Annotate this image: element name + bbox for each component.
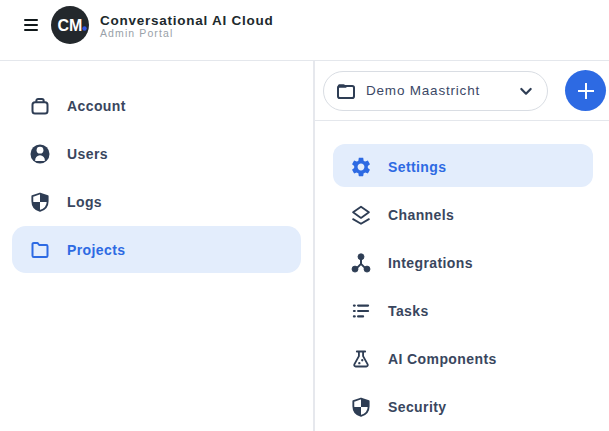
svg-text:CM: CM — [58, 17, 83, 34]
